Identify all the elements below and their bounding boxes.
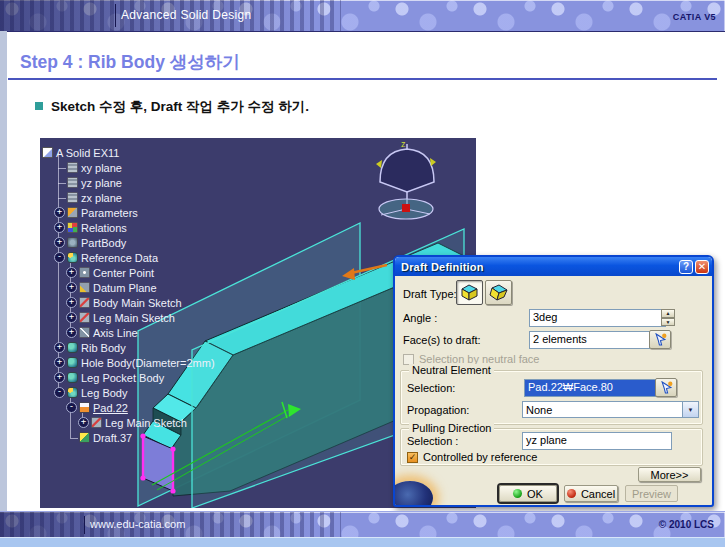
tree-expander-icon[interactable]: + (78, 417, 89, 428)
tree-expander-icon[interactable]: + (54, 342, 65, 353)
faces-select-button[interactable] (649, 330, 671, 349)
tree-expander-icon[interactable]: + (54, 222, 65, 233)
pad-icon (79, 402, 90, 413)
tree-expander-icon[interactable]: + (54, 207, 65, 218)
bullet-item: Sketch 수정 후, Draft 작업 추가 수정 하기. (35, 98, 309, 116)
tree-item-label: Leg Pocket Body (81, 372, 164, 384)
slide-bottom-border (0, 537, 725, 547)
tree-item[interactable]: +Rib Body (54, 341, 126, 354)
tree-item[interactable]: Draft.37 (66, 431, 132, 444)
tree-item[interactable]: +Hole Body(Diameter=2mm) (54, 356, 215, 369)
spin-down-icon[interactable]: ▼ (661, 318, 675, 327)
cancel-icon (567, 489, 576, 498)
pulling-selection-input[interactable]: yz plane (522, 432, 672, 450)
controlled-by-reference-checkbox[interactable]: ✓ Controlled by reference (407, 451, 537, 463)
draft-definition-dialog: Draft Definition ? ✕ Draft Type: An (393, 255, 714, 507)
neutral-select-button[interactable] (655, 378, 677, 397)
spin-up-icon[interactable]: ▲ (661, 309, 675, 318)
tree-expander-icon[interactable]: + (66, 327, 77, 338)
tree-item[interactable]: +Leg Pocket Body (54, 371, 164, 384)
tree-expander-icon[interactable]: + (54, 357, 65, 368)
tree-item[interactable]: yz plane (54, 176, 122, 189)
tree-item-label: Datum Plane (93, 282, 157, 294)
draft-type-variable-button[interactable] (485, 280, 512, 305)
neutral-selection-label: Selection: (407, 382, 455, 394)
tree-item-label: Leg Body (81, 387, 127, 399)
close-icon[interactable]: ✕ (695, 260, 709, 274)
tree-item-label: Relations (81, 222, 127, 234)
tree-item[interactable]: +Axis Line (66, 326, 138, 339)
hybrid-body-icon (67, 357, 78, 368)
tree-item-label: xy plane (81, 162, 122, 174)
tree-item-label: Parameters (81, 207, 138, 219)
tree-item[interactable]: +Leg Main Sketch (66, 311, 175, 324)
tree-expander-icon[interactable]: + (66, 312, 77, 323)
tree-item[interactable]: xy plane (54, 161, 122, 174)
dialog-titlebar[interactable]: Draft Definition ? ✕ (395, 257, 712, 276)
checkbox-icon (403, 354, 414, 365)
course-title: Advanced Solid Design (121, 8, 251, 22)
tree-item[interactable]: +Relations (54, 221, 127, 234)
tree-item[interactable]: -Leg Body (54, 386, 127, 399)
more-button[interactable]: More>> (638, 467, 701, 482)
parameters-icon (67, 207, 78, 218)
axis-line-icon (79, 327, 90, 338)
datum-plane-icon (79, 282, 90, 293)
neutral-element-group-label: Neutral Element (409, 364, 494, 376)
dialog-title: Draft Definition (401, 261, 677, 273)
tree-item[interactable]: +Body Main Sketch (66, 296, 182, 309)
checkbox-checked-icon[interactable]: ✓ (407, 452, 418, 463)
propagation-dropdown[interactable]: None ▼ (522, 401, 699, 418)
pulling-direction-group-label: Pulling Direction (409, 422, 494, 434)
tree-expander-icon[interactable]: - (66, 402, 77, 413)
tree-expander-icon[interactable]: + (66, 267, 77, 278)
draft-type-label: Draft Type: (403, 288, 457, 300)
pulling-direction-group: Pulling Direction Selection : yz plane ✓… (400, 428, 703, 466)
tree-item[interactable]: +Center Point (66, 266, 154, 279)
select-face-icon (660, 381, 673, 394)
title-underline (8, 78, 717, 80)
tree-item-label: PartBody (81, 237, 126, 249)
reference-body-icon (67, 252, 78, 263)
tree-expander-icon[interactable]: + (66, 282, 77, 293)
tree-item[interactable]: +Parameters (54, 206, 138, 219)
faces-to-draft-input[interactable]: 2 elements (529, 331, 650, 349)
tree-item[interactable]: -Pad.22 (66, 401, 128, 414)
tree-expander-icon[interactable]: + (54, 372, 65, 383)
cancel-button[interactable]: Cancel (564, 485, 618, 502)
tree-item[interactable]: +PartBody (54, 236, 126, 249)
footer-site-link[interactable]: www.edu-catia.com (90, 518, 185, 530)
angle-input[interactable]: 3deg (529, 309, 666, 327)
angle-spinner[interactable]: ▲▼ (661, 309, 675, 326)
relations-icon (67, 222, 78, 233)
tree-expander-icon[interactable]: - (54, 387, 65, 398)
sketch-icon (79, 312, 90, 323)
draft-type-constant-button[interactable] (456, 280, 483, 305)
tree-expander-icon[interactable]: + (54, 237, 65, 248)
tree-item[interactable]: zx plane (54, 191, 122, 204)
tree-expander-icon[interactable]: + (66, 297, 77, 308)
help-icon[interactable]: ? (679, 260, 693, 274)
brand-label: CATIA V5 (673, 12, 716, 22)
sketch-icon (79, 297, 90, 308)
tree-item[interactable]: A Solid EX11 (42, 146, 119, 159)
preview-button[interactable]: Preview (625, 485, 678, 502)
bullet-text: Sketch 수정 후, Draft 작업 추가 수정 하기. (51, 98, 309, 116)
tree-item-label: Rib Body (81, 342, 126, 354)
hybrid-body-icon (67, 372, 78, 383)
ok-button[interactable]: OK (499, 485, 557, 502)
tree-item-label: Axis Line (93, 327, 138, 339)
plane-icon (67, 192, 78, 203)
tree-item[interactable]: +Leg Main Sketch (78, 416, 187, 429)
tree-item-label: Leg Main Sketch (93, 312, 175, 324)
constant-draft-icon (459, 283, 480, 302)
neutral-selection-input[interactable]: Pad.22₩Face.80 (524, 379, 657, 397)
header-divider (115, 4, 116, 27)
tree-item-label: A Solid EX11 (56, 147, 119, 159)
tree-expander-icon[interactable]: - (54, 252, 65, 263)
tree-item[interactable]: -Reference Data (54, 251, 158, 264)
tree-item[interactable]: +Datum Plane (66, 281, 157, 294)
plane-icon (67, 162, 78, 173)
copyright-label: © 2010 LCS (659, 519, 714, 530)
chevron-down-icon[interactable]: ▼ (682, 402, 698, 417)
